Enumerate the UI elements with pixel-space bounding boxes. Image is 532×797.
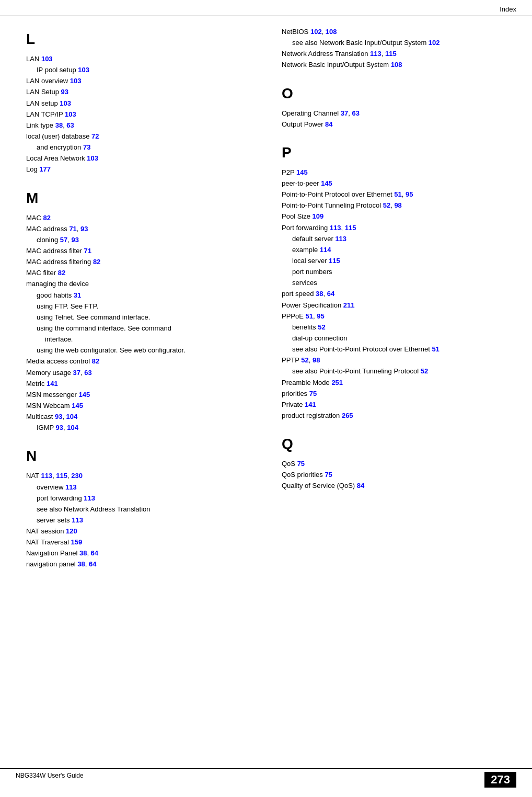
- entry-text: see also Point-to-Point Tunneling Protoc…: [292, 367, 421, 375]
- page-reference[interactable]: 63: [84, 369, 91, 377]
- page-reference[interactable]: 38: [316, 290, 323, 298]
- page-reference[interactable]: 141: [47, 380, 58, 388]
- page-reference[interactable]: 177: [39, 165, 51, 173]
- page-reference[interactable]: 109: [313, 212, 324, 220]
- page-reference[interactable]: 103: [87, 154, 98, 162]
- page-reference[interactable]: 82: [93, 258, 100, 266]
- page-reference[interactable]: 230: [71, 472, 83, 480]
- page-reference[interactable]: 159: [71, 538, 82, 546]
- entry-text: PPPoE: [282, 312, 306, 320]
- page-reference[interactable]: 98: [394, 201, 401, 209]
- page-reference[interactable]: 95: [406, 190, 413, 198]
- index-entry: Link type 38, 63: [26, 120, 250, 131]
- page-reference[interactable]: 251: [331, 379, 343, 386]
- entry-text: services: [292, 279, 317, 287]
- page-reference[interactable]: 82: [58, 269, 65, 277]
- page-reference[interactable]: 75: [325, 471, 332, 479]
- index-entry: IP pool setup 103: [26, 65, 250, 75]
- page-reference[interactable]: 84: [325, 120, 332, 128]
- page-reference[interactable]: 104: [67, 424, 78, 431]
- page-reference[interactable]: 103: [60, 99, 71, 107]
- page-reference[interactable]: 64: [327, 290, 334, 298]
- page-reference[interactable]: 52: [301, 356, 308, 364]
- page-reference[interactable]: 102: [310, 28, 322, 36]
- page-reference[interactable]: 115: [385, 50, 397, 58]
- page-reference[interactable]: 98: [313, 356, 320, 364]
- page-reference[interactable]: 93: [80, 225, 88, 233]
- page-reference[interactable]: 113: [370, 50, 381, 58]
- page-reference[interactable]: 51: [394, 190, 401, 198]
- page-reference[interactable]: 51: [432, 345, 439, 353]
- index-entry: priorities 75: [282, 389, 516, 399]
- entry-text: priorities: [282, 390, 309, 397]
- page-reference[interactable]: 103: [41, 55, 53, 63]
- index-entry: Preamble Mode 251: [282, 378, 516, 388]
- page-reference[interactable]: 114: [320, 246, 331, 254]
- page-reference[interactable]: 82: [43, 214, 51, 222]
- page-reference[interactable]: 52: [383, 201, 390, 209]
- page-reference[interactable]: 31: [74, 291, 81, 299]
- page-reference[interactable]: 37: [341, 109, 348, 117]
- index-section: PP2P 145peer-to-peer 145Point-to-Point P…: [282, 144, 516, 421]
- page-reference[interactable]: 95: [317, 312, 324, 320]
- page-reference[interactable]: 108: [391, 61, 402, 69]
- page-reference[interactable]: 113: [330, 224, 341, 232]
- page-footer: NBG334W User's Guide 273: [0, 768, 532, 788]
- index-entry: QoS 75: [282, 459, 516, 469]
- page-reference[interactable]: 120: [66, 527, 77, 535]
- page-reference[interactable]: 145: [321, 179, 332, 187]
- page-reference[interactable]: 51: [306, 312, 313, 320]
- page-reference[interactable]: 145: [296, 168, 308, 176]
- page-reference[interactable]: 145: [72, 402, 83, 409]
- page-reference[interactable]: 113: [72, 516, 83, 524]
- entry-text: NAT: [26, 472, 41, 480]
- page-reference[interactable]: 71: [69, 225, 76, 233]
- page-reference[interactable]: 64: [89, 560, 96, 568]
- page-reference[interactable]: 52: [318, 323, 325, 331]
- page-reference[interactable]: 103: [78, 66, 89, 74]
- page-reference[interactable]: 52: [421, 367, 428, 375]
- page-reference[interactable]: 84: [357, 482, 364, 489]
- page-reference[interactable]: 141: [305, 401, 316, 408]
- page-reference[interactable]: 113: [41, 472, 52, 480]
- page-reference[interactable]: 64: [91, 549, 98, 557]
- page-reference[interactable]: 93: [56, 424, 63, 431]
- page-reference[interactable]: 115: [56, 472, 67, 480]
- page-reference[interactable]: 93: [72, 236, 79, 244]
- index-entry: Memory usage 37, 63: [26, 368, 250, 378]
- page-reference[interactable]: 93: [61, 88, 68, 96]
- index-entry: PPPoE 51, 95: [282, 311, 516, 322]
- page-reference[interactable]: 103: [65, 110, 76, 118]
- page-reference[interactable]: 37: [73, 369, 80, 377]
- page-reference[interactable]: 115: [329, 257, 340, 265]
- page-reference[interactable]: 265: [342, 412, 353, 419]
- page-reference[interactable]: 113: [65, 483, 77, 491]
- page-reference[interactable]: 38: [77, 560, 85, 568]
- entry-text: Link type: [26, 121, 55, 129]
- page-reference[interactable]: 38: [79, 549, 87, 557]
- index-entry: using the web configurator. See web conf…: [26, 345, 250, 356]
- page-reference[interactable]: 115: [345, 224, 356, 232]
- page-reference[interactable]: 102: [429, 39, 440, 47]
- entry-text: server sets: [37, 516, 72, 524]
- page-reference[interactable]: 38: [55, 121, 63, 129]
- page-reference[interactable]: 103: [70, 77, 82, 85]
- page-reference[interactable]: 104: [66, 413, 78, 420]
- page-reference[interactable]: 75: [297, 460, 305, 468]
- entry-text: LAN setup: [26, 99, 60, 107]
- page-reference[interactable]: 145: [78, 391, 90, 398]
- page-reference[interactable]: 73: [83, 143, 90, 151]
- page-reference[interactable]: 93: [55, 413, 62, 420]
- index-entry: dial-up connection: [282, 333, 516, 344]
- page-reference[interactable]: 63: [66, 121, 74, 129]
- page-reference[interactable]: 72: [91, 132, 99, 140]
- page-reference[interactable]: 108: [326, 28, 337, 36]
- page-reference[interactable]: 82: [92, 357, 99, 365]
- page-reference[interactable]: 71: [84, 247, 91, 255]
- page-reference[interactable]: 113: [335, 235, 346, 243]
- page-reference[interactable]: 211: [343, 301, 355, 309]
- page-reference[interactable]: 113: [84, 494, 95, 502]
- page-reference[interactable]: 57: [60, 236, 67, 244]
- page-reference[interactable]: 75: [309, 390, 317, 397]
- page-reference[interactable]: 63: [352, 109, 359, 117]
